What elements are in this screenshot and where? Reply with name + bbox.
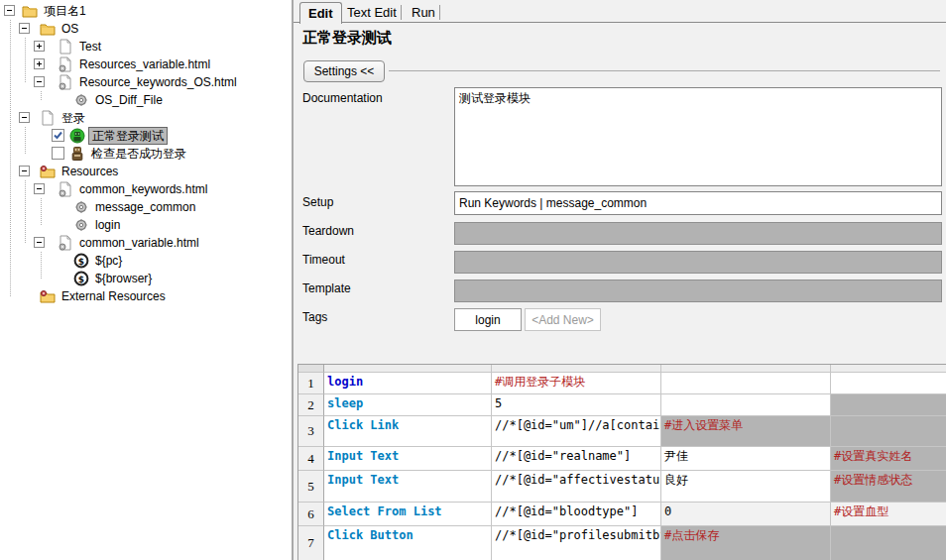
tree-item[interactable]: OS [0,20,293,38]
tree-item-label: message_common [92,199,198,215]
grid-cell[interactable]: //*[@id="affectivestatus [492,471,661,503]
checkbox-unchecked[interactable] [52,147,64,160]
tree-item[interactable]: External Resources [0,287,293,305]
grid-cell[interactable]: #调用登录子模块 [492,373,661,394]
tree-item[interactable]: 正常登录测试 [0,127,293,145]
tab-edit[interactable]: Edit [299,2,342,24]
tree-item[interactable]: Resources_variable.html [0,56,293,73]
tree-item[interactable]: 登录 [0,109,293,127]
tab-run[interactable]: Run [404,3,443,22]
tree-item-label: OS_Diff_File [92,92,166,108]
grid-row: 4Input Text//*[@id="realname"]尹佳#设置真实姓名 [298,447,946,471]
robot-brown-icon [69,146,85,162]
row-number[interactable]: 1 [298,373,324,394]
row-number[interactable]: 7 [298,526,324,560]
folder-gear-icon [40,164,56,179]
tree-item[interactable]: Resources [0,163,293,180]
grid-cell[interactable] [831,373,946,394]
grid-cell [831,416,946,447]
row-number[interactable]: 2 [298,394,324,416]
grid-cell[interactable]: Click Button [324,526,492,560]
expand-icon[interactable] [34,41,45,52]
tree-item[interactable]: Test [0,38,293,56]
collapse-icon[interactable] [19,166,30,176]
collapse-icon[interactable] [4,5,15,16]
grid-cell[interactable]: #设置血型 [831,503,946,526]
tree-item[interactable]: message_common [0,198,293,216]
tag-add-new[interactable]: <Add New> [525,308,601,331]
grid-cell [831,394,946,416]
tree-item-label: common_variable.html [76,235,202,251]
timeout-label: Timeout [302,253,345,267]
grid-column-header [492,365,661,373]
collapse-icon[interactable] [34,76,45,87]
tag-item[interactable]: login [454,308,522,331]
svg-text:$: $ [78,257,84,267]
tree-item-label: 项目名1 [41,3,89,19]
tags-label: Tags [302,310,327,324]
collapse-icon[interactable] [19,112,30,123]
grid-cell[interactable]: 良好 [661,471,831,503]
grid-row: 6Select From List//*[@id="bloodtype"]0#设… [298,503,946,526]
tree-item-label-selected: 正常登录测试 [88,127,168,145]
grid-cell[interactable]: 5 [492,394,661,416]
page-gear-icon [58,56,73,72]
page-gear-icon [58,235,73,251]
gear-icon [73,199,89,215]
grid-column-header [831,365,946,373]
tree-item[interactable]: common_keywords.html [0,180,293,198]
tree-item[interactable]: 检查是否成功登录 [0,145,293,163]
tab-text-edit[interactable]: Text Edit [339,3,405,22]
tree-item-label: login [92,217,123,233]
tree-item[interactable]: 项目名1 [0,2,293,20]
grid-cell[interactable] [661,373,831,394]
tab-separator [439,5,440,20]
grid-cell[interactable]: //*[@id="bloodtype"] [492,503,661,526]
grid-cell[interactable]: login [324,373,492,394]
grid-cell[interactable]: Click Link [324,416,492,447]
setup-field[interactable]: Run Keywords | message_common [454,191,942,215]
teardown-field [454,222,942,245]
grid-row: 1login#调用登录子模块 [298,373,946,394]
collapse-icon[interactable] [34,237,45,248]
settings-toggle-button[interactable]: Settings << [303,60,385,82]
grid-cell[interactable]: //*[@id="um"]//a[contain [492,416,661,447]
tree-item[interactable]: $${browser} [0,270,293,287]
grid-cell[interactable]: sleep [324,394,492,416]
checkbox-checked[interactable] [52,129,64,142]
expand-icon[interactable] [34,58,45,69]
collapse-icon[interactable] [19,23,30,34]
row-number[interactable]: 3 [298,416,324,447]
tree-item[interactable]: login [0,216,293,234]
row-number[interactable]: 4 [298,447,324,471]
tabbar-underline [294,22,946,23]
tree-item[interactable]: common_variable.html [0,234,293,252]
grid-cell[interactable]: //*[@id="profilesubmitbt [492,526,661,560]
grid-cell[interactable]: Select From List [324,503,492,526]
grid-column-header [661,365,831,373]
collapse-icon[interactable] [34,183,45,194]
tree-item[interactable]: Resource_keywords_OS.html [0,73,293,91]
grid-cell[interactable]: //*[@id="realname"] [492,447,661,471]
project-tree: 项目名1OSTestResources_variable.htmlResourc… [0,0,293,560]
grid-cell[interactable]: Input Text [324,471,492,503]
documentation-field[interactable]: 测试登录模块 [454,87,942,186]
timeout-field [454,251,942,274]
row-number[interactable]: 6 [298,503,324,526]
tree-item-label: 登录 [59,110,88,126]
row-number[interactable]: 5 [298,471,324,503]
tree-item[interactable]: $${pc} [0,252,293,270]
tree-item-label: External Resources [59,288,169,304]
tree-item[interactable]: OS_Diff_File [0,91,293,109]
gear-icon [73,92,89,108]
grid-cell[interactable] [661,394,831,416]
grid-cell: #设置真实姓名 [831,447,946,471]
teardown-label: Teardown [302,224,354,238]
page-gear-icon [58,74,73,90]
grid-corner [298,365,324,373]
grid-cell[interactable]: 尹佳 [661,447,831,471]
grid-cell[interactable]: 0 [661,503,831,526]
grid-cell[interactable]: Input Text [324,447,492,471]
page-icon [40,110,56,126]
grid-cell: #进入设置菜单 [661,416,831,447]
